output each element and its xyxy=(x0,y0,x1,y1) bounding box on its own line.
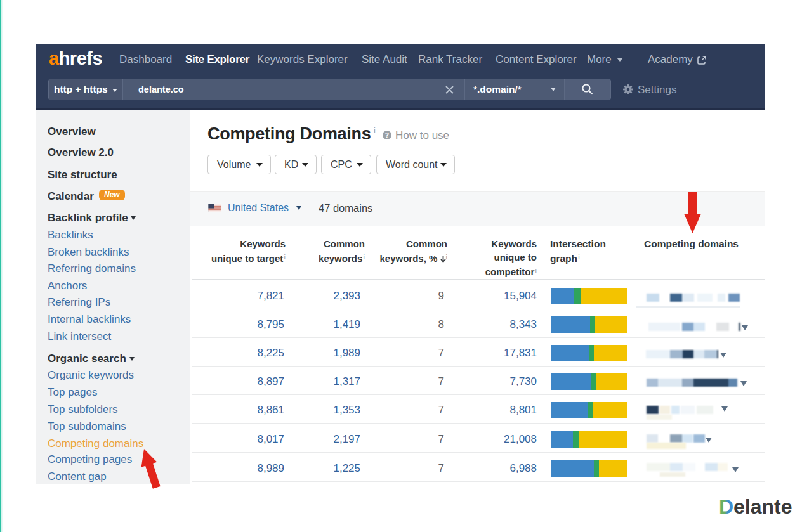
svg-text:elante: elante xyxy=(733,495,792,518)
svg-text:D: D xyxy=(719,495,733,518)
